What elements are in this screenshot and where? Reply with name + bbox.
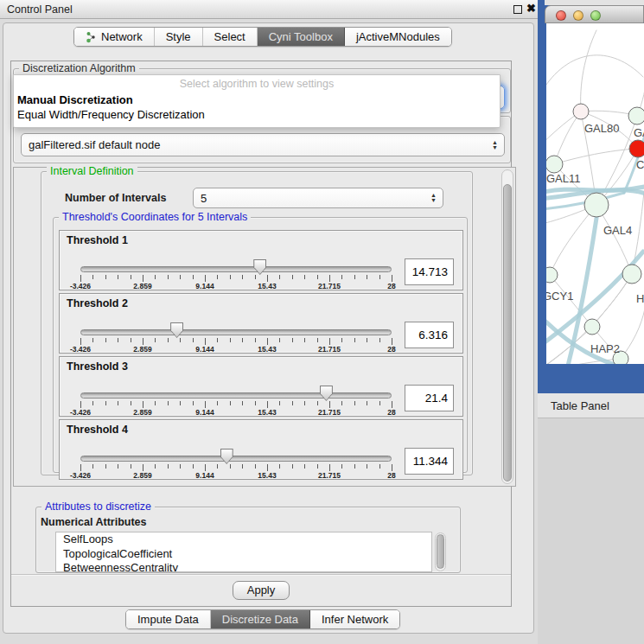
- tick-mark: [304, 401, 305, 405]
- tick-mark: [329, 275, 330, 282]
- network-node[interactable]: [546, 267, 558, 283]
- number-of-intervals-value: 5: [201, 192, 207, 205]
- slider-track[interactable]: [80, 392, 392, 399]
- number-of-intervals-combobox[interactable]: 5 ▲▼: [193, 188, 443, 208]
- numerical-attributes-list[interactable]: SelfLoopsTopologicalCoefficientBetweenne…: [55, 532, 432, 572]
- tick-mark: [255, 338, 256, 342]
- tick-label: 28: [387, 345, 395, 354]
- tick-label: 15.43: [258, 345, 276, 354]
- cyni-toolbox-content: Discretization Algorithm ▲▼ Select algor…: [10, 61, 512, 607]
- tick-mark: [180, 275, 181, 279]
- tab-discretize-data[interactable]: Discretize Data: [211, 610, 310, 628]
- tab-select[interactable]: Select: [203, 28, 258, 46]
- close-traffic-light[interactable]: [556, 10, 566, 21]
- slider-thumb[interactable]: [170, 322, 183, 338]
- list-item[interactable]: TopologicalCoefficient: [56, 547, 431, 562]
- tick-mark: [255, 464, 256, 469]
- vertical-scrollbar[interactable]: [501, 169, 513, 484]
- slider-ticks: [80, 338, 392, 345]
- dropdown-option[interactable]: Equal Width/Frequency Discretization: [17, 108, 205, 121]
- tick-label: -3.426: [70, 408, 91, 417]
- tab-infer-network[interactable]: Infer Network: [310, 610, 399, 628]
- thresholds-group: Threshold's Coordinates for 5 Intervals …: [53, 217, 468, 473]
- network-node[interactable]: [546, 156, 563, 173]
- tick-label: 2.859: [133, 282, 151, 290]
- tab-cyni-toolbox[interactable]: Cyni Toolbox: [258, 28, 345, 46]
- network-canvas[interactable]: GAL80GACGAL11GAL4GCY1HHAP2: [546, 23, 644, 364]
- slider-thumb[interactable]: [253, 259, 266, 275]
- settings-scroll-area: Interval Definition Number of Intervals …: [13, 167, 516, 487]
- close-icon[interactable]: ✖: [526, 2, 536, 15]
- tick-label: 28: [387, 471, 395, 480]
- float-window-icon[interactable]: [513, 5, 522, 14]
- threshold-box: Threshold 1-3.4262.8599.14415.4321.71528…: [59, 230, 463, 290]
- attributes-scrollbar-thumb[interactable]: [437, 534, 444, 569]
- tick-mark: [143, 338, 143, 345]
- threshold-value-field[interactable]: 6.316: [405, 322, 454, 348]
- algorithm-dropdown-popup: Select algorithm to view settings Manual…: [13, 74, 501, 128]
- slider-track[interactable]: [80, 456, 392, 462]
- network-window-titlebar[interactable]: [545, 5, 644, 23]
- slider-thumb[interactable]: [320, 386, 333, 401]
- network-node[interactable]: [622, 265, 641, 284]
- tick-mark: [392, 338, 392, 345]
- network-node[interactable]: [628, 107, 644, 124]
- list-item[interactable]: BetweennessCentrality: [56, 561, 431, 572]
- tick-mark: [180, 464, 181, 469]
- threshold-value-field[interactable]: 21.4: [405, 385, 454, 411]
- network-node[interactable]: [584, 319, 600, 335]
- dropdown-option[interactable]: Manual Discretization: [17, 93, 133, 106]
- tick-mark: [329, 338, 330, 345]
- threshold-value-field[interactable]: 14.713: [405, 258, 454, 285]
- tick-label: 21.715: [318, 282, 341, 290]
- network-edge[interactable]: [546, 55, 643, 92]
- table-panel-header: Table Panel: [538, 393, 644, 418]
- tick-mark: [279, 401, 280, 405]
- combo-arrows-icon: ▲▼: [492, 140, 498, 150]
- tick-mark: [118, 464, 118, 469]
- threshold-value-field[interactable]: 11.344: [405, 448, 454, 475]
- tick-mark: [92, 401, 93, 405]
- tick-mark: [193, 401, 194, 405]
- tab-label: Select: [214, 28, 245, 46]
- network-node[interactable]: [584, 193, 609, 217]
- network-icon: [86, 31, 97, 43]
- tick-mark: [80, 338, 81, 345]
- tick-mark: [354, 401, 355, 405]
- slider-track[interactable]: [80, 266, 392, 272]
- tick-mark: [217, 338, 218, 342]
- tick-mark: [80, 401, 81, 408]
- network-edge[interactable]: [621, 309, 644, 359]
- attributes-list-scrollbar[interactable]: [435, 532, 446, 571]
- slider-thumb[interactable]: [220, 449, 233, 464]
- vertical-scrollbar-thumb[interactable]: [503, 184, 512, 481]
- tick-mark: [205, 275, 206, 282]
- minimize-traffic-light[interactable]: [573, 10, 583, 21]
- tick-mark: [155, 275, 156, 279]
- tick-mark: [304, 275, 305, 279]
- network-node[interactable]: [573, 104, 589, 119]
- table-data-combobox[interactable]: galFiltered.sif default node ▲▼: [21, 133, 505, 156]
- network-edge[interactable]: [554, 149, 638, 164]
- slider-track[interactable]: [80, 329, 392, 335]
- tab-impute-data[interactable]: Impute Data: [126, 610, 211, 628]
- tick-label: 9.144: [195, 345, 214, 354]
- zoom-traffic-light[interactable]: [590, 10, 601, 21]
- tick-label: 9.144: [195, 282, 214, 290]
- apply-button[interactable]: Apply: [233, 581, 290, 600]
- interval-definition-title: Interval Definition: [47, 165, 137, 177]
- tab-label: Impute Data: [137, 610, 199, 628]
- tick-mark: [193, 275, 194, 279]
- tick-mark: [143, 401, 143, 408]
- tick-mark: [217, 464, 218, 469]
- tick-label: 28: [387, 282, 395, 290]
- top-tab-bar: NetworkStyleSelectCyni ToolboxjActiveMNo…: [73, 27, 452, 47]
- tab-jactivemnodules[interactable]: jActiveMNodules: [345, 28, 451, 46]
- tab-network[interactable]: Network: [74, 28, 155, 46]
- slider-ticks: [80, 401, 392, 408]
- network-node[interactable]: [629, 140, 644, 157]
- tab-style[interactable]: Style: [155, 28, 203, 46]
- network-edge[interactable]: [581, 30, 596, 112]
- list-item[interactable]: SelfLoops: [56, 532, 431, 547]
- tick-mark: [230, 401, 231, 405]
